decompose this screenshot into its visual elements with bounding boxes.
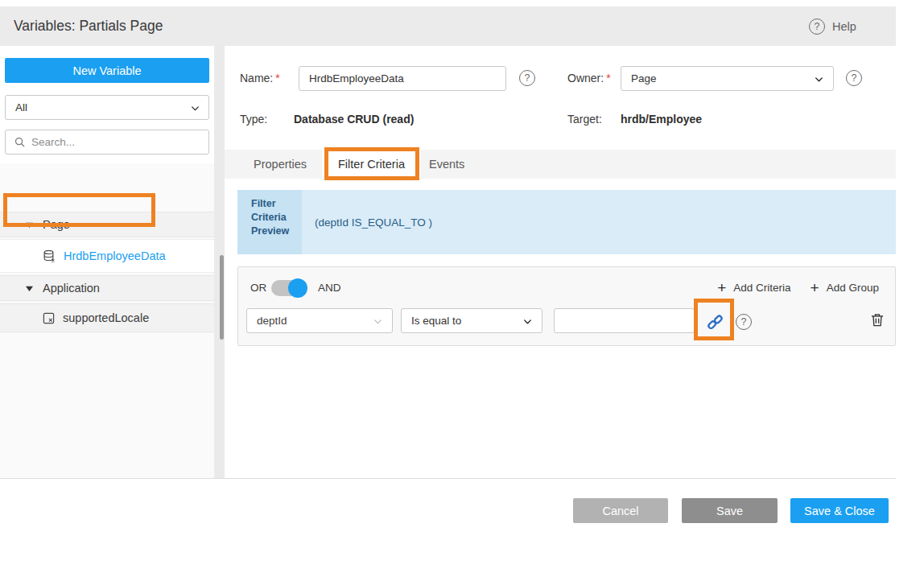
or-label: OR <box>250 267 266 308</box>
content-footer-divider <box>0 478 896 479</box>
page-title: Variables: Partials Page <box>14 6 163 46</box>
add-criteria-button[interactable]: + Add Criteria <box>717 279 790 297</box>
criteria-operator-value: Is equal to <box>411 315 461 327</box>
type-value: Database CRUD (read) <box>294 113 414 126</box>
search-icon <box>14 136 26 148</box>
tab-events[interactable]: Events <box>429 150 464 179</box>
add-group-button[interactable]: + Add Group <box>811 279 879 297</box>
plus-icon: + <box>811 279 819 297</box>
tree-item-label: HrdbEmployeeData <box>64 249 166 262</box>
type-label: Type: <box>240 107 267 132</box>
owner-select[interactable]: Page <box>621 66 834 91</box>
filter-criteria-preview-label: Filter Criteria Preview <box>237 190 302 254</box>
required-asterisk: * <box>606 72 610 84</box>
scrollbar-thumb[interactable] <box>220 255 224 340</box>
variable-type-filter-value: All <box>15 101 27 113</box>
delete-criteria-button[interactable] <box>869 311 885 328</box>
name-input[interactable] <box>299 66 506 91</box>
variables-sidebar: New Variable All Page <box>0 46 214 479</box>
plus-icon: + <box>717 279 726 297</box>
owner-label: Owner:* <box>567 66 611 91</box>
save-and-close-button[interactable]: Save & Close <box>790 498 889 523</box>
new-variable-button[interactable]: New Variable <box>5 58 209 83</box>
filter-criteria-group: OR AND + Add Criteria + Add Group deptId… <box>237 266 896 346</box>
target-value: hrdb/Employee <box>621 113 702 126</box>
locale-variable-icon <box>43 312 55 324</box>
criteria-help-icon[interactable]: ? <box>736 314 752 330</box>
collapse-arrow-icon[interactable] <box>25 221 34 229</box>
chevron-down-icon <box>522 316 533 327</box>
tree-group-label: Page <box>43 218 70 231</box>
variable-tabs: Properties Filter Criteria Events <box>225 150 896 179</box>
criteria-field-value: deptId <box>257 315 287 327</box>
tree-group-label: Application <box>43 282 100 295</box>
group-actions: + Add Criteria + Add Group <box>717 267 879 308</box>
search-input[interactable] <box>31 136 192 148</box>
criteria-value-input[interactable] <box>554 308 695 333</box>
sidebar-item-page[interactable]: Page <box>0 212 214 237</box>
and-label: AND <box>318 267 341 308</box>
filter-criteria-preview-value: (deptId IS_EQUAL_TO ) <box>302 190 896 254</box>
criteria-row: deptId Is equal to ? <box>238 308 895 333</box>
chevron-down-icon <box>190 103 200 113</box>
toggle-knob <box>288 278 307 298</box>
sidebar-item-hrdbemployeedata[interactable]: HrdbEmployeeData <box>0 239 214 273</box>
collapse-arrow-icon[interactable] <box>25 285 34 292</box>
cancel-button[interactable]: Cancel <box>573 498 668 523</box>
name-help-icon[interactable]: ? <box>519 70 535 86</box>
variable-tree: Page HrdbEmployeeData Application <box>0 163 214 479</box>
target-label: Target: <box>567 107 602 132</box>
owner-help-icon[interactable]: ? <box>846 70 862 86</box>
required-asterisk: * <box>275 72 279 84</box>
tree-item-label: supportedLocale <box>63 311 149 324</box>
variables-dialog: Variables: Partials Page ? Help New Vari… <box>0 0 924 577</box>
bind-variable-button[interactable] <box>703 310 727 334</box>
variable-search[interactable] <box>5 130 209 155</box>
sidebar-item-supportedlocale[interactable]: supportedLocale <box>0 303 214 332</box>
dialog-header: Variables: Partials Page ? Help <box>0 6 896 46</box>
criteria-field-select[interactable]: deptId <box>246 308 393 333</box>
criteria-operator-select[interactable]: Is equal to <box>401 308 542 333</box>
sidebar-item-application[interactable]: Application <box>0 275 214 301</box>
help-button[interactable]: ? Help <box>809 6 856 46</box>
database-variable-icon <box>43 249 56 263</box>
chevron-down-icon <box>814 74 824 84</box>
help-label: Help <box>832 20 856 33</box>
owner-select-value: Page <box>631 72 657 84</box>
filter-criteria-preview: Filter Criteria Preview (deptId IS_EQUAL… <box>237 190 896 254</box>
chevron-down-icon <box>373 316 383 327</box>
trash-icon <box>869 311 885 328</box>
tab-filter-criteria[interactable]: Filter Criteria <box>322 150 421 179</box>
name-label: Name:* <box>240 66 280 91</box>
tab-properties[interactable]: Properties <box>254 150 307 179</box>
or-and-toggle[interactable] <box>271 280 307 296</box>
help-circle-icon: ? <box>809 19 825 35</box>
variable-type-filter-select[interactable]: All <box>5 95 209 120</box>
save-button[interactable]: Save <box>682 498 778 523</box>
link-icon <box>706 313 724 332</box>
